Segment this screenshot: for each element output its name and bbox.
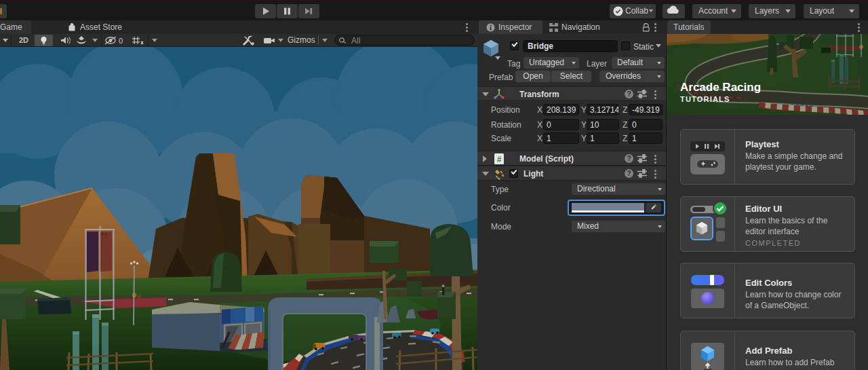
svg-text:#: # <box>497 155 502 164</box>
svg-text:0: 0 <box>119 37 123 45</box>
